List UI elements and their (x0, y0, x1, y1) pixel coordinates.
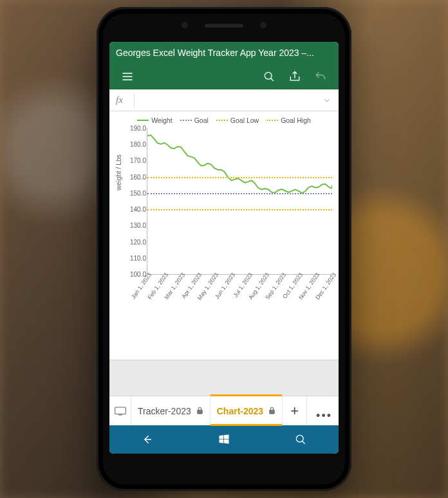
windows-icon (218, 433, 230, 446)
y-tick-label: 180.0 (124, 141, 146, 148)
sheet-tab-label: Chart-2023 (217, 406, 263, 416)
y-tick-label: 190.0 (124, 125, 146, 132)
chart-pane: WeightGoalGoal LowGoal High weight / Lbs… (109, 111, 339, 360)
formula-expand-button[interactable] (319, 96, 335, 105)
legend-label: Weight (151, 116, 173, 124)
svg-rect-1 (115, 407, 126, 414)
add-sheet-button[interactable]: + (283, 396, 307, 425)
legend-label: Goal High (281, 116, 311, 124)
svg-rect-3 (270, 410, 275, 414)
legend-item: Goal High (266, 116, 311, 124)
sheet-tabstrip: Tracker-2023Chart-2023 + ••• (109, 396, 339, 425)
legend-item: Goal Low (216, 116, 259, 124)
undo-button[interactable] (308, 64, 333, 89)
sheet-tab-label: Tracker-2023 (138, 406, 191, 416)
chart-plot-wrap: weight / Lbs 100.0110.0120.0130.0140.015… (124, 128, 336, 289)
undo-icon (314, 70, 327, 83)
reference-line (147, 177, 332, 178)
plus-icon: + (290, 403, 299, 420)
legend-swatch (180, 120, 192, 121)
legend-swatch (266, 120, 278, 121)
back-button[interactable] (109, 425, 186, 454)
y-tick-label: 170.0 (124, 157, 146, 164)
svg-rect-2 (197, 410, 202, 414)
legend-swatch (137, 120, 149, 121)
y-tick-label: 150.0 (124, 189, 146, 196)
phone-sensor (260, 22, 266, 28)
formula-input[interactable] (138, 89, 319, 111)
legend-item: Goal (180, 116, 209, 124)
reference-line (147, 209, 332, 210)
chart-svg (147, 128, 332, 274)
search-icon (294, 433, 307, 446)
app-titlebar: Georges Excel Weight Tracker App Year 20… (109, 42, 339, 64)
reference-line (147, 193, 332, 194)
menu-button[interactable] (115, 64, 140, 89)
os-search-button[interactable] (262, 425, 339, 454)
formula-bar: fx (109, 89, 339, 111)
sheet-tab-chart-2023[interactable]: Chart-2023 (210, 396, 283, 425)
hamburger-icon (121, 70, 134, 83)
y-tick-label: 130.0 (124, 222, 146, 229)
y-tick-label: 120.0 (124, 238, 146, 245)
weight-series-line (147, 135, 332, 193)
lock-icon (196, 406, 203, 416)
search-button[interactable] (256, 64, 282, 89)
phone-earpiece (205, 24, 243, 28)
svg-point-4 (296, 435, 303, 442)
legend-swatch (216, 120, 228, 121)
y-tick-label: 160.0 (124, 173, 146, 180)
chevron-down-icon (322, 96, 331, 105)
chart-ylabel: weight / Lbs (115, 154, 122, 190)
share-icon (288, 70, 301, 83)
y-tick-label: 140.0 (124, 206, 146, 213)
app-title: Georges Excel Weight Tracker App Year 20… (116, 48, 314, 58)
lock-icon (268, 406, 275, 416)
svg-point-0 (265, 72, 272, 79)
back-arrow-icon (141, 433, 154, 446)
share-button[interactable] (282, 64, 308, 89)
chart-plot[interactable]: 100.0110.0120.0130.0140.0150.0160.0170.0… (147, 128, 332, 275)
search-icon (263, 70, 275, 83)
present-button[interactable] (109, 396, 131, 425)
legend-label: Goal Low (230, 116, 259, 124)
y-tick-label: 110.0 (124, 254, 146, 261)
legend-item: Weight (137, 116, 173, 124)
app-toolbar (109, 64, 339, 89)
presentation-icon (115, 407, 126, 416)
legend-label: Goal (194, 116, 209, 124)
screen: Georges Excel Weight Tracker App Year 20… (109, 42, 339, 454)
fx-label: fx (116, 95, 134, 106)
sheet-gap (109, 360, 339, 396)
start-button[interactable] (186, 425, 263, 454)
os-navbar (109, 425, 339, 454)
phone-frontcam (182, 22, 188, 28)
ellipsis-icon: ••• (316, 409, 332, 423)
sheet-tab-tracker-2023[interactable]: Tracker-2023 (131, 396, 210, 425)
fx-separator (134, 93, 135, 107)
phone-frame: Georges Excel Weight Tracker App Year 20… (97, 7, 351, 491)
more-sheets-button[interactable]: ••• (307, 396, 339, 425)
